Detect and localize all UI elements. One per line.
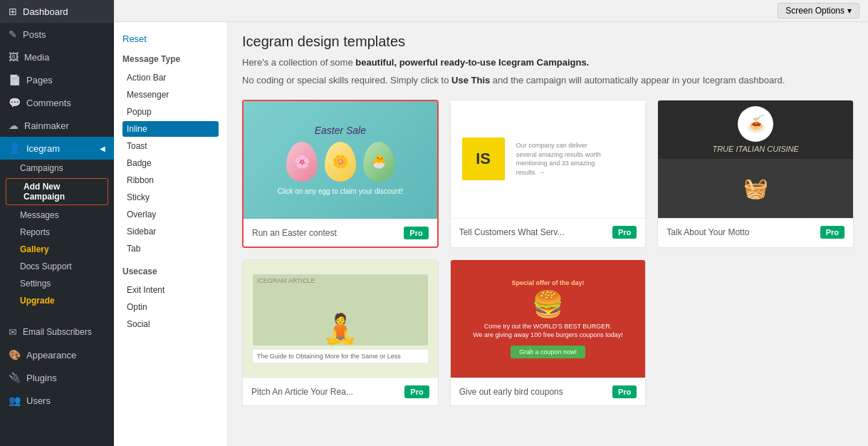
sidebar-item-media[interactable]: 🖼 Media <box>0 46 114 68</box>
message-type-section-title: Message Type <box>122 54 219 64</box>
usecase-section-title: Usecase <box>122 266 219 276</box>
filter-messenger[interactable]: Messenger <box>122 87 219 103</box>
article-person-icon: 🧘 <box>323 312 358 346</box>
template-card-burger[interactable]: Special offer of the day! 🍔 Come try out… <box>450 259 647 406</box>
filter-social[interactable]: Social <box>122 316 219 332</box>
sidebar-item-posts[interactable]: ✎ Posts <box>0 23 114 46</box>
template-card-article[interactable]: ICEGRAM ARTICLE 🧘 The Guide to Obtaining… <box>242 259 439 406</box>
filter-toast[interactable]: Toast <box>122 138 219 154</box>
filter-popup[interactable]: Popup <box>122 104 219 120</box>
template-card-easter[interactable]: Easter Sale 🌸 🌼 🐣 Click on any egg to cl… <box>242 100 439 248</box>
icegram-icon: 👤 <box>9 142 21 154</box>
burger-cta-button[interactable]: Grab a coupon now! <box>511 346 585 358</box>
filter-ribbon[interactable]: Ribbon <box>122 172 219 188</box>
content-area: Reset Message Type Action Bar Messenger … <box>114 22 868 446</box>
easter-title-text: Easter Sale <box>315 125 366 136</box>
template-preview-burger: Special offer of the day! 🍔 Come try out… <box>451 260 646 378</box>
pro-badge-article[interactable]: Pro <box>404 385 429 398</box>
egg-3: 🐣 <box>363 142 394 182</box>
sidebar-item-plugins[interactable]: 🔌 Plugins <box>0 366 114 389</box>
italian-restaurant-label: TRUE ITALIAN CUISINE <box>712 145 798 153</box>
sidebar-item-comments[interactable]: 💬 Comments <box>0 91 114 114</box>
filter-exit-intent[interactable]: Exit Intent <box>122 282 219 298</box>
pro-badge-easter[interactable]: Pro <box>404 227 428 239</box>
template-label-motto: Talk About Your Motto <box>666 227 749 237</box>
filter-tab[interactable]: Tab <box>122 241 219 256</box>
italian-basket: 🧺 <box>743 177 768 200</box>
is-description: Our company can deliver several amazing … <box>516 141 602 177</box>
template-card-tell-customers[interactable]: IS Our company can deliver several amazi… <box>450 100 647 248</box>
filter-sidebar[interactable]: Sidebar <box>122 224 219 239</box>
template-preview-is: IS Our company can deliver several amazi… <box>451 100 646 218</box>
sidebar-item-rainmaker[interactable]: ☁ Rainmaker <box>0 114 114 137</box>
appearance-icon: 🎨 <box>9 349 21 361</box>
sidebar-subitem-upgrade[interactable]: Upgrade <box>0 292 114 309</box>
sidebar-subitem-messages[interactable]: Messages <box>0 207 114 224</box>
template-label-article: Pitch An Article Your Rea... <box>251 387 353 397</box>
filter-sticky[interactable]: Sticky <box>122 190 219 205</box>
page-description-1: Here's a collection of some beautiful, p… <box>242 56 854 71</box>
pro-badge-motto[interactable]: Pro <box>820 226 845 239</box>
sidebar-subitem-add-new[interactable]: Add New Campaign <box>6 178 108 205</box>
burger-icon: 🍔 <box>532 289 564 319</box>
template-footer-burger: Give out early bird coupons Pro <box>451 378 646 405</box>
burger-offer-title: Special offer of the day! <box>511 279 584 286</box>
users-icon: 👥 <box>9 395 21 406</box>
sidebar-subitem-reports[interactable]: Reports <box>0 224 114 241</box>
sidebar-subitem-settings[interactable]: Settings <box>0 275 114 292</box>
is-badge: IS <box>462 138 505 180</box>
icegram-arrow: ◀ <box>100 145 105 152</box>
template-preview-easter: Easter Sale 🌸 🌼 🐣 Click on any egg to cl… <box>244 101 437 219</box>
sidebar-subitem-docs[interactable]: Docs Support <box>0 258 114 275</box>
template-card-motto[interactable]: 🍝 TRUE ITALIAN CUISINE 🧺 Talk About Your… <box>657 100 854 248</box>
template-label-easter: Run an Easter contest <box>252 228 337 238</box>
plugins-icon: 🔌 <box>9 372 21 383</box>
template-footer-tell-customers: Tell Customers What Serv... Pro <box>451 218 646 246</box>
italian-plate: 🍝 <box>738 106 773 142</box>
sidebar-item-icegram[interactable]: 👤 Icegram ◀ <box>0 137 114 160</box>
sidebar-subitem-gallery[interactable]: Gallery <box>0 241 114 258</box>
sidebar-item-email-subscribers[interactable]: ✉ Email Subscribers <box>0 321 114 343</box>
page-title: Icegram design templates <box>242 33 854 50</box>
template-footer-article: Pitch An Article Your Rea... Pro <box>243 378 438 405</box>
filter-overlay[interactable]: Overlay <box>122 207 219 222</box>
topbar: Screen Options ▾ <box>114 0 868 22</box>
filter-optin[interactable]: Optin <box>122 299 219 315</box>
main-content: Screen Options ▾ Reset Message Type Acti… <box>114 0 868 446</box>
egg-2: 🌼 <box>325 142 356 182</box>
templates-area: Icegram design templates Here's a collec… <box>228 22 868 446</box>
filter-action-bar[interactable]: Action Bar <box>122 70 219 85</box>
article-image: ICEGRAM ARTICLE 🧘 <box>253 274 428 346</box>
reset-filter-link[interactable]: Reset <box>122 33 219 44</box>
burger-description: Come try out the WORLD'S BEST BURGER.We … <box>473 322 622 340</box>
sidebar: ⊞ Dashboard ✎ Posts 🖼 Media 📄 Pages 💬 Co… <box>0 0 114 446</box>
sidebar-item-pages[interactable]: 📄 Pages <box>0 68 114 91</box>
sidebar-item-appearance[interactable]: 🎨 Appearance <box>0 343 114 366</box>
sidebar-item-users[interactable]: 👥 Users <box>0 389 114 412</box>
pro-badge-burger[interactable]: Pro <box>612 385 637 398</box>
template-footer-easter: Run an Easter contest Pro <box>244 219 437 247</box>
templates-grid: Easter Sale 🌸 🌼 🐣 Click on any egg to cl… <box>242 100 854 406</box>
egg-1: 🌸 <box>286 142 318 182</box>
template-preview-article: ICEGRAM ARTICLE 🧘 The Guide to Obtaining… <box>243 260 438 378</box>
article-bar-text: The Guide to Obtaining More for the Same… <box>253 350 428 363</box>
template-label-tell-customers: Tell Customers What Serv... <box>459 227 565 237</box>
email-icon: ✉ <box>9 326 17 338</box>
filter-panel: Reset Message Type Action Bar Messenger … <box>114 22 228 446</box>
pro-badge-tell-customers[interactable]: Pro <box>612 226 637 239</box>
template-preview-italian: 🍝 TRUE ITALIAN CUISINE 🧺 <box>658 100 853 218</box>
easter-subtitle: Click on any egg to claim your discount! <box>278 187 403 195</box>
sidebar-subitem-campaigns[interactable]: Campaigns <box>0 160 114 177</box>
template-footer-motto: Talk About Your Motto Pro <box>658 218 853 246</box>
filter-badge[interactable]: Badge <box>122 155 219 171</box>
template-label-burger: Give out early bird coupons <box>459 387 563 397</box>
pages-icon: 📄 <box>9 74 21 85</box>
filter-inline[interactable]: Inline <box>122 121 219 137</box>
media-icon: 🖼 <box>9 51 19 63</box>
chevron-down-icon: ▾ <box>847 6 852 16</box>
dashboard-icon: ⊞ <box>9 6 17 17</box>
screen-options-button[interactable]: Screen Options ▾ <box>778 3 859 19</box>
posts-icon: ✎ <box>9 28 17 40</box>
sidebar-item-dashboard[interactable]: ⊞ Dashboard <box>0 0 114 23</box>
comments-icon: 💬 <box>9 97 21 108</box>
